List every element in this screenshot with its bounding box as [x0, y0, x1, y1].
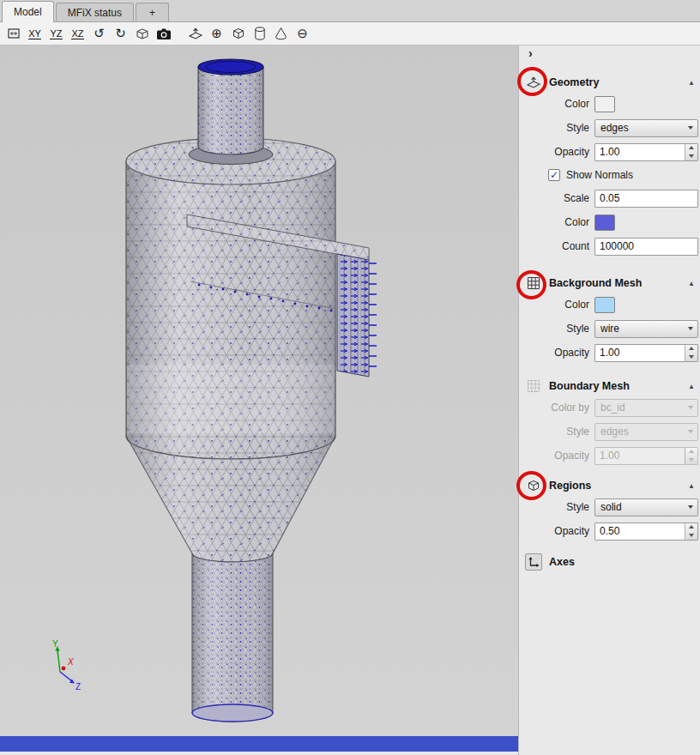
boundary-mesh-section-header[interactable]: Boundary Mesh ▲	[519, 377, 700, 396]
tab-bar: Model MFiX status +	[0, 0, 700, 22]
boundary-mesh-style-value: edges	[600, 426, 629, 438]
axis-x-label: X	[67, 657, 74, 667]
chevron-down-icon	[688, 126, 693, 130]
spin-up-icon[interactable]	[685, 523, 697, 532]
viewport-3d[interactable]: Y Z X	[0, 45, 518, 736]
bottom-blue-bar	[0, 736, 518, 752]
background-mesh-section-title: Background Mesh	[549, 277, 678, 289]
geometry-color-swatch[interactable]	[594, 96, 615, 112]
chevron-down-icon	[688, 430, 693, 433]
regions-icon	[525, 477, 542, 494]
spin-up-icon[interactable]	[685, 345, 697, 353]
boundary-mesh-color-by-dropdown: bc_id	[594, 399, 698, 417]
camera-icon	[156, 27, 172, 40]
view-yz-label: YZ	[50, 28, 62, 39]
toggle-cone-button[interactable]	[271, 24, 291, 44]
normals-color-swatch[interactable]	[594, 214, 615, 231]
geometry-opacity-value: 1.00	[595, 144, 685, 160]
display-settings-panel: › Geometry ▲ Color Style edges Opacit	[518, 45, 700, 755]
geometry-icon	[525, 74, 542, 91]
axes-section-title: Axes	[549, 556, 678, 568]
normals-count-input[interactable]: 100000	[594, 238, 698, 256]
background-mesh-opacity-spinbox[interactable]: 1.00	[594, 344, 698, 362]
regions-style-dropdown[interactable]: solid	[594, 498, 698, 516]
background-mesh-style-dropdown[interactable]: wire	[594, 320, 698, 338]
box-icon	[232, 27, 245, 40]
view-yz-button[interactable]: YZ	[46, 24, 66, 44]
view-xz-button[interactable]: XZ	[68, 24, 88, 44]
tab-new-label: +	[149, 7, 155, 19]
boundary-mesh-style-row: Style edges	[519, 420, 700, 444]
spin-up-icon[interactable]	[685, 144, 697, 153]
background-mesh-collapse-icon[interactable]: ▲	[681, 280, 695, 287]
axes-icon[interactable]	[525, 553, 542, 571]
geometry-color-row: Color	[519, 92, 700, 116]
fit-view-button[interactable]	[3, 24, 23, 44]
boundary-mesh-opacity-row: Opacity 1.00	[519, 444, 700, 468]
normals-color-row: Color	[519, 210, 700, 234]
geometry-opacity-spinbox[interactable]: 1.00	[594, 143, 698, 161]
geometry-toggle-icon	[188, 26, 203, 41]
cyclone-scene: Y Z X	[0, 45, 518, 736]
axes-section-header[interactable]: Axes	[519, 553, 700, 571]
background-mesh-color-swatch[interactable]	[594, 297, 615, 313]
geometry-section-header[interactable]: Geometry ▲	[519, 73, 700, 92]
panel-collapse-icon: ›	[528, 46, 533, 60]
toggle-sphere-button[interactable]: ⊕	[207, 24, 226, 44]
panel-collapse-button[interactable]: ›	[519, 45, 700, 63]
geometry-style-value: edges	[600, 122, 629, 134]
background-mesh-opacity-value: 1.00	[595, 345, 685, 361]
spin-down-icon	[685, 456, 697, 464]
regions-opacity-spinbox[interactable]: 0.50	[594, 522, 698, 541]
tab-model-label: Model	[14, 6, 42, 18]
toggle-cylinder-button[interactable]	[250, 24, 269, 44]
rotate-ccw-icon: ↺	[94, 26, 105, 41]
spin-down-icon[interactable]	[685, 152, 697, 160]
regions-section-header[interactable]: Regions ▲	[519, 476, 700, 495]
regions-opacity-label: Opacity	[519, 525, 589, 537]
check-icon: ✓	[550, 169, 558, 181]
chevron-down-icon	[688, 505, 693, 509]
tab-model[interactable]: Model	[2, 1, 54, 22]
toggle-box-button[interactable]	[228, 24, 248, 44]
normals-color-label: Color	[519, 216, 589, 228]
geometry-style-row: Style edges	[519, 116, 700, 140]
axis-y-label: Y	[52, 639, 58, 649]
toggle-geometry-button[interactable]	[185, 24, 205, 44]
background-mesh-style-row: Style wire	[519, 317, 700, 341]
fit-view-icon	[7, 27, 21, 40]
normals-count-value: 100000	[600, 240, 634, 252]
spin-down-icon[interactable]	[685, 353, 697, 361]
normals-count-label: Count	[519, 240, 589, 252]
geometry-section-title: Geometry	[549, 76, 678, 88]
background-mesh-opacity-label: Opacity	[519, 347, 589, 359]
toggle-torus-button[interactable]: ⊖	[293, 24, 312, 44]
tab-new[interactable]: +	[136, 3, 169, 21]
boundary-mesh-style-dropdown: edges	[594, 423, 698, 441]
regions-style-row: Style solid	[519, 495, 700, 519]
regions-collapse-icon[interactable]: ▲	[681, 482, 695, 490]
screenshot-button[interactable]	[154, 24, 173, 44]
view-xy-button[interactable]: XY	[25, 24, 45, 44]
rotate-ccw-button[interactable]: ↺	[89, 24, 109, 44]
boundary-mesh-section-title: Boundary Mesh	[549, 380, 678, 392]
spin-down-icon[interactable]	[685, 531, 697, 540]
background-mesh-color-label: Color	[519, 299, 589, 311]
background-mesh-color-row: Color	[519, 293, 700, 317]
rotate-cw-button[interactable]: ↻	[111, 24, 130, 44]
tab-mfix-status[interactable]: MFiX status	[56, 3, 134, 21]
regions-style-value: solid	[600, 501, 622, 513]
cylinder-icon	[254, 27, 266, 40]
sphere-icon: ⊕	[211, 26, 222, 41]
view-xz-label: XZ	[71, 28, 83, 39]
boundary-mesh-collapse-icon[interactable]: ▲	[681, 383, 695, 390]
normals-scale-label: Scale	[519, 192, 589, 204]
geometry-collapse-icon[interactable]: ▲	[681, 79, 695, 87]
perspective-button[interactable]	[132, 24, 152, 44]
chevron-down-icon	[688, 406, 693, 409]
normals-scale-row: Scale 0.05	[519, 186, 700, 210]
show-normals-checkbox[interactable]: ✓	[548, 169, 560, 181]
background-mesh-section-header[interactable]: Background Mesh ▲	[519, 274, 700, 293]
geometry-style-dropdown[interactable]: edges	[594, 119, 698, 137]
normals-scale-input[interactable]: 0.05	[594, 190, 698, 208]
